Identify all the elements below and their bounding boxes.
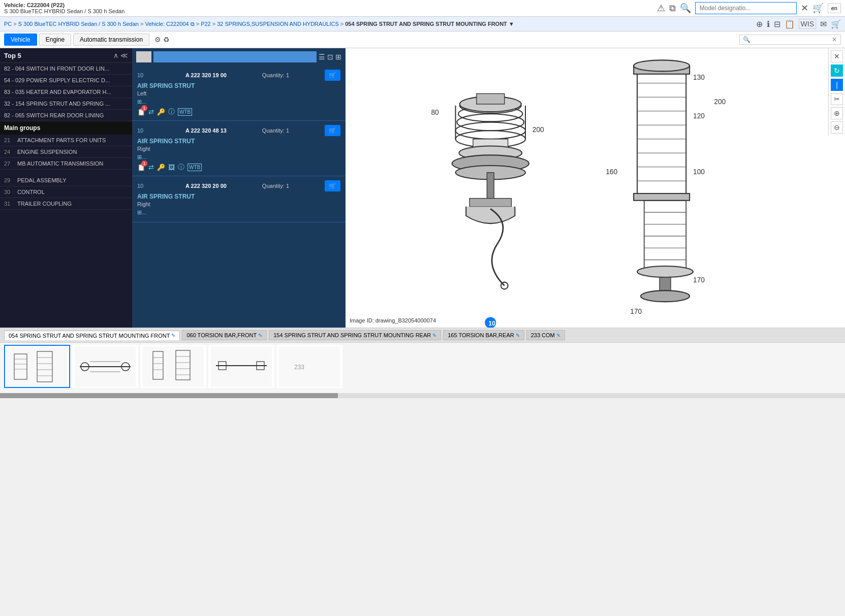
diagram-svg: 80 200 10 — [346, 48, 845, 328]
top5-item-3[interactable]: 32 - 154 SPRING STRUT AND SPRING ... — [0, 98, 132, 110]
diagram-zoom-in-tool[interactable]: ⊕ — [831, 107, 843, 119]
sidebar-expand-icon[interactable]: ≪ — [120, 51, 128, 59]
part-actions-1: 📋1 ⇄ 🔑 🖼 ⓘ WTB — [137, 163, 340, 172]
cycle-icon[interactable]: ♻ — [163, 36, 170, 44]
copy-icon[interactable]: ⧉ — [669, 3, 676, 14]
edit-icon-3[interactable]: ✎ — [516, 333, 520, 338]
header-cart-icon[interactable]: 🛒 — [812, 3, 824, 14]
thumbnail-2[interactable] — [140, 345, 206, 388]
part-grid-1: ⊞... — [137, 154, 340, 160]
part-doc-icon-0[interactable]: 📋1 — [137, 108, 145, 116]
part-replace-icon-0[interactable]: ⇄ — [148, 108, 154, 116]
thumbnail-3[interactable] — [208, 345, 274, 388]
toolbar-search-clear[interactable]: ✕ — [832, 36, 837, 43]
diagram-close-tool[interactable]: ✕ — [831, 50, 843, 62]
part-pos-2: 10 — [137, 183, 150, 189]
tab-engine[interactable]: Engine — [39, 34, 71, 46]
part-code-1: A 222 320 48 13 — [185, 127, 227, 134]
main-toolbar: Vehicle Engine Automatic transmission ⚙ … — [0, 31, 845, 48]
edit-icon-1[interactable]: ✎ — [258, 333, 262, 338]
top5-item-4[interactable]: 82 - 065 SWITCH REAR DOOR LINING — [0, 110, 132, 121]
svg-text:120: 120 — [693, 112, 705, 120]
sidebar-item-29[interactable]: 29 PEDAL ASSEMBLY — [0, 175, 132, 186]
part-doc-icon-1[interactable]: 📋1 — [137, 164, 145, 171]
svg-text:233: 233 — [294, 364, 304, 371]
horizontal-scrollbar[interactable] — [0, 393, 845, 398]
svg-rect-0 — [400, 48, 791, 328]
model-search-input[interactable] — [695, 2, 797, 14]
wis-icon[interactable]: WIS — [799, 19, 816, 29]
search-icon[interactable]: 🔍 — [680, 3, 691, 14]
part-key-icon-1[interactable]: 🔑 — [157, 164, 165, 171]
part-wtb-icon-0[interactable]: WTB — [178, 108, 192, 116]
breadcrumb-group[interactable]: 32 SPRINGS,SUSPENSION AND HYDRAULICS — [217, 21, 339, 27]
vehicle-tabs: Vehicle Engine Automatic transmission ⚙ … — [4, 34, 170, 46]
sidebar: Top 5 ∧ ≪ 82 - 064 SWITCH IN FRONT DOOR … — [0, 48, 132, 328]
scrollbar-thumb[interactable] — [0, 393, 338, 398]
part-side-2: Right — [137, 201, 340, 207]
edit-icon-4[interactable]: ✎ — [556, 333, 560, 338]
language-button[interactable]: en — [828, 3, 841, 13]
breadcrumb-pc[interactable]: PC — [4, 21, 12, 27]
diagram-tools: ✕ ↻ | ✂ ⊕ ⊖ — [828, 48, 845, 136]
document-icon[interactable]: 📋 — [785, 19, 795, 29]
svg-rect-9 — [477, 93, 505, 104]
thumbnail-1[interactable] — [72, 345, 138, 388]
edit-icon-2[interactable]: ✎ — [432, 333, 436, 338]
part-qty-2: Quantity: 1 — [262, 183, 289, 189]
sidebar-item-30[interactable]: 30 CONTROL — [0, 186, 132, 198]
info-icon[interactable]: ℹ — [767, 19, 770, 29]
diagram-refresh-tool[interactable]: ↻ — [831, 64, 843, 77]
top5-item-1[interactable]: 54 - 029 POWER SUPPLY ELECTRIC D... — [0, 75, 132, 86]
sidebar-item-21[interactable]: 21 ATTACHMENT PARTS FOR UNITS — [0, 135, 132, 146]
zoom-in-icon[interactable]: ⊕ — [756, 19, 763, 29]
tab-automatic-transmission[interactable]: Automatic transmission — [73, 34, 149, 46]
part-info-icon-0[interactable]: ⓘ — [168, 107, 175, 116]
part-wtb-icon-1[interactable]: WTB — [187, 164, 202, 171]
diagram-zoom-out-tool[interactable]: ⊖ — [831, 121, 843, 134]
breadcrumb-p22[interactable]: P22 — [201, 21, 211, 27]
tab-vehicle[interactable]: Vehicle — [4, 34, 37, 46]
breadcrumb-current: 054 SPRING STRUT AND SPRING STRUT MOUNTI… — [345, 21, 514, 27]
diagram-scroll-tool[interactable]: | — [831, 79, 843, 91]
part-info-icon-1[interactable]: ⓘ — [178, 163, 184, 172]
part-key-icon-0[interactable]: 🔑 — [157, 108, 165, 116]
sidebar-item-27[interactable]: 27 MB AUTOMATIC TRANSMISSION — [0, 158, 132, 170]
breadcrumb-vehicle[interactable]: Vehicle: C222004 ⧉ — [145, 21, 194, 27]
parts-panel: ☰ ⊡ ⊞ 10 A 222 320 19 00 Quantity: 1 🛒 A… — [132, 48, 346, 328]
sidebar-item-31[interactable]: 31 TRAILER COUPLING — [0, 198, 132, 210]
clear-search-icon[interactable]: ✕ — [801, 3, 808, 14]
expand-icon[interactable]: ⊡ — [327, 53, 333, 61]
filter-icon[interactable]: ⊟ — [774, 19, 780, 29]
top5-item-2[interactable]: 83 - 035 HEATER AND EVAPORATOR H... — [0, 86, 132, 98]
part-image-icon-1[interactable]: 🖼 — [168, 164, 175, 171]
bottom-tab-3[interactable]: 165 TORSION BAR,REAR ✎ — [443, 330, 524, 340]
toolbar-search-box[interactable]: 🔍 ✕ — [739, 35, 841, 45]
settings-icon[interactable]: ⚙ — [154, 36, 161, 44]
list-icon[interactable]: ☰ — [319, 53, 325, 61]
svg-rect-79 — [279, 346, 340, 387]
add-to-cart-0[interactable]: 🛒 — [325, 70, 340, 81]
toolbar-search-input[interactable] — [750, 36, 832, 43]
thumbnail-4[interactable]: 233 — [276, 345, 342, 388]
vehicle-id: Vehicle: C222004 (P22) — [4, 2, 124, 8]
add-to-cart-2[interactable]: 🛒 — [325, 180, 340, 191]
bottom-tab-1[interactable]: 060 TORSION BAR,FRONT ✎ — [182, 330, 267, 340]
top5-item-0[interactable]: 82 - 064 SWITCH IN FRONT DOOR LIN... — [0, 63, 132, 75]
breadcrumb: PC > S 300 BlueTEC HYBRID Sedan / S 300 … — [0, 17, 845, 31]
breadcrumb-cart-icon[interactable]: 🛒 — [831, 19, 841, 29]
bottom-tab-2[interactable]: 154 SPRING STRUT AND SPRING STRUT MOUNTI… — [269, 330, 441, 340]
bottom-tab-0[interactable]: 054 SPRING STRUT AND SPRING STRUT MOUNTI… — [4, 331, 180, 340]
bottom-tab-4[interactable]: 233 COM ✎ — [526, 330, 565, 340]
warning-icon[interactable]: ⚠ — [657, 3, 665, 14]
part-replace-icon-1[interactable]: ⇄ — [148, 164, 154, 171]
edit-icon-0[interactable]: ✎ — [171, 333, 175, 338]
sidebar-collapse-icon[interactable]: ∧ — [113, 51, 118, 59]
add-to-cart-1[interactable]: 🛒 — [325, 125, 340, 136]
sidebar-item-24[interactable]: 24 ENGINE SUSPENSION — [0, 146, 132, 158]
mail-icon[interactable]: ✉ — [820, 19, 827, 29]
thumbnail-0[interactable] — [4, 345, 70, 388]
diagram-scissors-tool[interactable]: ✂ — [831, 93, 843, 105]
breadcrumb-vehicle-series[interactable]: S 300 BlueTEC HYBRID Sedan / S 300 h Sed… — [18, 21, 139, 27]
grid-icon[interactable]: ⊞ — [335, 53, 341, 61]
